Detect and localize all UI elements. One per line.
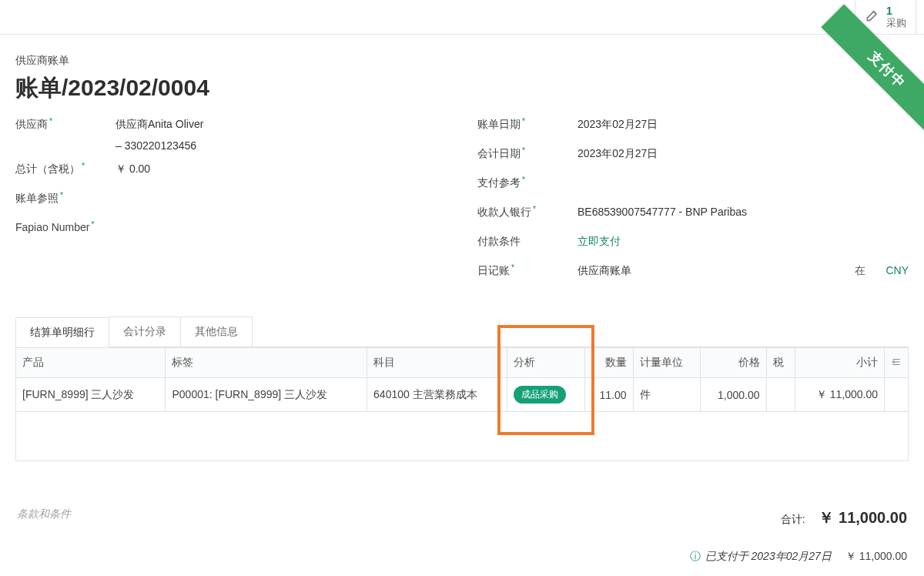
paid-line[interactable]: ⓘ 已支付于 2023年02月27日 ￥ 11,000.00 [690,550,907,564]
analytic-tag[interactable]: 成品采购 [514,386,566,404]
bank-value[interactable]: BE68539007547777 - BNP Paribas [578,206,909,218]
purchase-label: 采购 [886,18,906,28]
journal-currency[interactable]: CNY [886,264,909,276]
purchase-stat-button[interactable]: 1 采购 [855,0,916,34]
col-options[interactable] [885,348,909,378]
col-product: 产品 [16,348,166,378]
bill-date-value[interactable]: 2023年02月27日 [578,118,909,132]
col-tax: 税 [766,348,795,378]
cell-account[interactable]: 640100 主营業務成本 [367,378,507,412]
vendor-value[interactable]: 供应商Anita Oliver [116,118,447,132]
acc-date-label: 会计日期 [477,147,578,161]
col-analytic: 分析 [507,348,585,378]
acc-date-value[interactable]: 2023年02月27日 [578,147,909,161]
purchase-count: 1 [886,5,906,17]
empty-row [16,412,909,461]
col-label: 标签 [166,348,367,378]
grand-total-label: 合计: [781,513,805,525]
tab-journal-items[interactable]: 会计分录 [109,316,181,347]
col-price: 价格 [700,348,766,378]
payref-label: 支付参考 [477,176,578,190]
cell-qty[interactable]: 11.00 [585,378,633,412]
col-qty: 数量 [585,348,633,378]
billref-label: 账单参照 [15,192,116,206]
journal-in-label: 在 [855,264,865,278]
cell-product[interactable]: [FURN_8999] 三人沙发 [16,378,166,412]
grand-total-value: ￥ 11,000.00 [819,509,907,526]
paid-prefix: 已支付于 [705,550,748,562]
settings-icon [891,357,902,367]
cell-label[interactable]: P00001: [FURN_8999] 三人沙发 [166,378,367,412]
cell-tax[interactable] [766,378,795,412]
payterm-value[interactable]: 立即支付 [578,235,909,249]
vendor-sub: – 330220123456 [116,139,447,152]
tabs: 结算单明细行 会计分录 其他信息 [15,316,909,347]
bank-label: 收款人银行 [477,206,578,219]
col-uom: 计量单位 [633,348,700,378]
svg-point-0 [892,360,894,362]
paid-amount: ￥ 11,000.00 [845,550,907,564]
tab-invoice-lines[interactable]: 结算单明细行 [15,317,109,347]
tab-other-info[interactable]: 其他信息 [180,316,253,347]
breadcrumb: 供应商账单 [15,54,909,68]
cell-subtotal: ￥ 11,000.00 [795,378,884,412]
paid-date: 2023年02月27日 [752,550,832,562]
col-account: 科目 [367,348,507,378]
journal-value[interactable]: 供应商账单 [578,264,631,278]
terms-placeholder[interactable]: 条款和条件 [17,507,71,521]
bill-date-label: 账单日期 [477,118,578,132]
cell-analytic[interactable]: 成品采购 [507,378,585,412]
page-title: 账单/2023/02/0004 [15,72,909,104]
top-stat-bar: 1 采购 [0,0,924,35]
grand-total: 合计: ￥ 11,000.00 [690,507,907,528]
form-left-column: 供应商 供应商Anita Oliver – 330220123456 总计（含税… [15,118,447,293]
col-subtotal: 小计 [795,348,884,378]
total-value: ￥ 0.00 [116,162,447,176]
total-label: 总计（含税） [15,162,116,176]
cell-price[interactable]: 1,000.00 [700,378,766,412]
cell-options [885,378,909,412]
vendor-label: 供应商 [15,118,116,132]
cell-uom[interactable]: 件 [633,378,700,412]
form-right-column: 账单日期 2023年02月27日 会计日期 2023年02月27日 支付参考 收… [477,118,909,293]
journal-label: 日记账 [477,264,578,278]
edit-icon [865,8,880,27]
table-row[interactable]: [FURN_8999] 三人沙发 P00001: [FURN_8999] 三人沙… [16,378,909,412]
info-icon: ⓘ [690,550,701,564]
payterm-label: 付款条件 [477,235,578,249]
invoice-lines-table: 产品 标签 科目 分析 数量 计量单位 价格 税 小计 [FURN_8999] … [15,347,909,461]
fapiao-label: Fapiao Number [15,221,116,233]
